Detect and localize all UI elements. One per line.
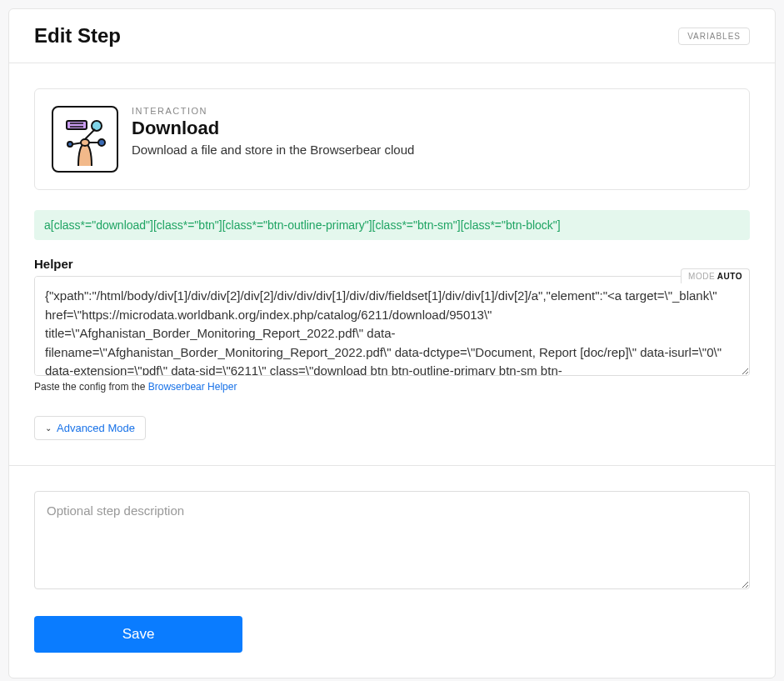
panel-body: INTERACTION Download Download a file and… <box>9 63 775 678</box>
interaction-meta: INTERACTION Download Download a file and… <box>132 106 732 157</box>
browserbear-helper-link[interactable]: Browserbear Helper <box>148 381 237 393</box>
svg-point-4 <box>67 142 72 147</box>
edit-step-panel: Edit Step VARIABLES <box>8 8 776 678</box>
mode-badge[interactable]: MODE AUTO <box>681 268 750 283</box>
advanced-mode-button[interactable]: ⌄ Advanced Mode <box>34 416 146 440</box>
svg-point-5 <box>98 139 105 146</box>
helper-hint: Paste the config from the Browserbear He… <box>34 381 750 393</box>
interaction-card: INTERACTION Download Download a file and… <box>34 88 750 190</box>
mode-label: MODE <box>688 272 715 281</box>
selector-display: a[class*="download"][class*="btn"][class… <box>34 210 750 240</box>
save-button[interactable]: Save <box>34 616 242 653</box>
helper-textarea[interactable] <box>34 276 750 376</box>
helper-section: Helper MODE AUTO Paste the config from t… <box>34 257 750 393</box>
interaction-description: Download a file and store in the Browser… <box>132 143 732 157</box>
page-title: Edit Step <box>34 24 121 48</box>
svg-point-9 <box>81 139 89 146</box>
variables-button[interactable]: VARIABLES <box>678 28 750 45</box>
interaction-title: Download <box>132 118 732 139</box>
svg-point-3 <box>92 121 102 131</box>
svg-line-8 <box>85 129 95 139</box>
svg-rect-0 <box>67 121 87 129</box>
mode-value: AUTO <box>717 272 742 281</box>
helper-hint-text: Paste the config from the <box>34 381 148 393</box>
download-interaction-icon <box>52 106 118 173</box>
panel-header: Edit Step VARIABLES <box>9 9 775 63</box>
advanced-mode-label: Advanced Mode <box>57 422 135 434</box>
chevron-down-icon: ⌄ <box>45 423 52 433</box>
section-divider <box>9 465 775 466</box>
helper-label: Helper <box>34 257 750 271</box>
interaction-category-label: INTERACTION <box>132 106 732 116</box>
step-description-textarea[interactable] <box>34 491 750 589</box>
